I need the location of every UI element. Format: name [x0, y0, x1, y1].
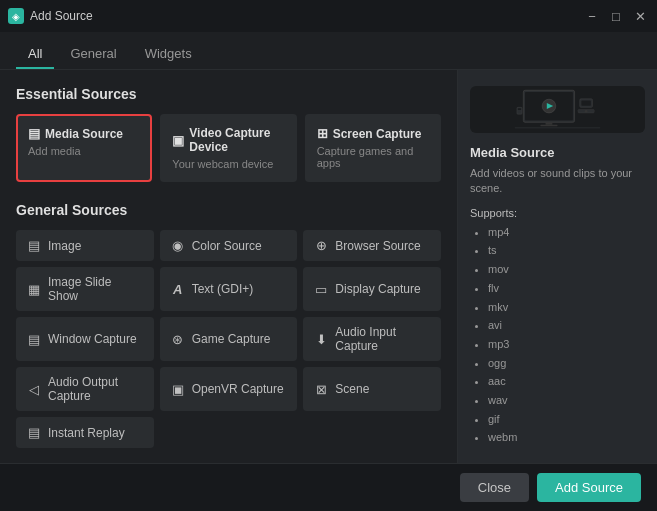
svg-rect-9	[546, 122, 553, 125]
display-capture-label: Display Capture	[335, 282, 420, 296]
openvr-capture-icon: ▣	[170, 382, 186, 397]
format-mp3: mp3	[488, 335, 645, 354]
audio-output-capture-label: Audio Output Capture	[48, 375, 144, 403]
window-capture-icon: ▤	[26, 332, 42, 347]
format-ts: ts	[488, 241, 645, 260]
format-gif: gif	[488, 410, 645, 429]
source-item-text-gdi[interactable]: A Text (GDI+)	[160, 267, 298, 311]
video-capture-icon: ▣	[172, 133, 184, 148]
tab-widgets[interactable]: Widgets	[133, 38, 204, 69]
game-capture-icon: ⊛	[170, 332, 186, 347]
format-avi: avi	[488, 316, 645, 335]
format-wav: wav	[488, 391, 645, 410]
video-capture-sub: Your webcam device	[172, 158, 284, 170]
add-source-button[interactable]: Add Source	[537, 473, 641, 502]
general-sources-grid: ▤ Image ◉ Color Source ⊕ Browser Source …	[16, 230, 441, 448]
scene-icon: ⊠	[313, 382, 329, 397]
preview-illustration	[470, 86, 645, 133]
footer: Close Add Source	[0, 463, 657, 511]
svg-rect-17	[515, 127, 600, 128]
minimize-button[interactable]: −	[583, 7, 601, 25]
main-layout: Essential Sources ▤ Media Source Add med…	[0, 70, 657, 463]
image-label: Image	[48, 239, 81, 253]
general-sources-title: General Sources	[16, 202, 441, 218]
audio-input-capture-label: Audio Input Capture	[335, 325, 431, 353]
essential-card-screen-capture[interactable]: ⊞ Screen Capture Capture games and apps	[305, 114, 441, 182]
sidebar-info-desc: Add videos or sound clips to your scene.	[470, 166, 645, 197]
format-aac: aac	[488, 372, 645, 391]
source-item-audio-output-capture[interactable]: ◁ Audio Output Capture	[16, 367, 154, 411]
format-flv: flv	[488, 279, 645, 298]
window-controls: − □ ✕	[583, 7, 649, 25]
source-item-image-slide-show[interactable]: ▦ Image Slide Show	[16, 267, 154, 311]
source-item-instant-replay[interactable]: ▤ Instant Replay	[16, 417, 154, 448]
format-mp4: mp4	[488, 223, 645, 242]
preview-area	[470, 86, 645, 133]
sidebar-info-title: Media Source	[470, 145, 645, 160]
svg-rect-12	[581, 101, 590, 106]
source-item-browser-source[interactable]: ⊕ Browser Source	[303, 230, 441, 261]
browser-source-icon: ⊕	[313, 238, 329, 253]
supports-label: Supports:	[470, 207, 645, 219]
essential-card-video-capture[interactable]: ▣ Video Capture Device Your webcam devic…	[160, 114, 296, 182]
display-capture-icon: ▭	[313, 282, 329, 297]
color-source-label: Color Source	[192, 239, 262, 253]
source-item-display-capture[interactable]: ▭ Display Capture	[303, 267, 441, 311]
source-item-openvr-capture[interactable]: ▣ OpenVR Capture	[160, 367, 298, 411]
image-slide-show-icon: ▦	[26, 282, 42, 297]
instant-replay-label: Instant Replay	[48, 426, 125, 440]
tab-general[interactable]: General	[58, 38, 128, 69]
instant-replay-icon: ▤	[26, 425, 42, 440]
scene-label: Scene	[335, 382, 369, 396]
source-item-audio-input-capture[interactable]: ⬇ Audio Input Capture	[303, 317, 441, 361]
source-item-scene[interactable]: ⊠ Scene	[303, 367, 441, 411]
image-slide-show-label: Image Slide Show	[48, 275, 144, 303]
tab-all[interactable]: All	[16, 38, 54, 69]
source-item-color-source[interactable]: ◉ Color Source	[160, 230, 298, 261]
svg-rect-16	[518, 108, 521, 110]
source-item-game-capture[interactable]: ⊛ Game Capture	[160, 317, 298, 361]
source-item-window-capture[interactable]: ▤ Window Capture	[16, 317, 154, 361]
media-source-label: Media Source	[45, 127, 123, 141]
format-ogg: ogg	[488, 354, 645, 373]
source-item-image[interactable]: ▤ Image	[16, 230, 154, 261]
browser-source-label: Browser Source	[335, 239, 420, 253]
supports-list: mp4 ts mov flv mkv avi mp3 ogg aac wav g…	[470, 223, 645, 447]
essential-card-media-source[interactable]: ▤ Media Source Add media	[16, 114, 152, 182]
essential-sources-title: Essential Sources	[16, 86, 441, 102]
image-icon: ▤	[26, 238, 42, 253]
screen-capture-label: Screen Capture	[333, 127, 422, 141]
text-gdi-icon: A	[170, 282, 186, 297]
game-capture-label: Game Capture	[192, 332, 271, 346]
window-title: Add Source	[30, 9, 583, 23]
audio-input-capture-icon: ⬇	[313, 332, 329, 347]
svg-rect-10	[540, 125, 557, 126]
tabs-bar: All General Widgets	[0, 32, 657, 70]
left-panel: Essential Sources ▤ Media Source Add med…	[0, 70, 457, 463]
openvr-capture-label: OpenVR Capture	[192, 382, 284, 396]
close-window-button[interactable]: ✕	[631, 7, 649, 25]
window-capture-label: Window Capture	[48, 332, 137, 346]
format-mkv: mkv	[488, 298, 645, 317]
svg-point-14	[585, 110, 588, 113]
color-source-icon: ◉	[170, 238, 186, 253]
screen-capture-icon: ⊞	[317, 126, 328, 141]
format-webm: webm	[488, 428, 645, 447]
media-source-icon: ▤	[28, 126, 40, 141]
essential-sources-grid: ▤ Media Source Add media ▣ Video Capture…	[16, 114, 441, 182]
close-button[interactable]: Close	[460, 473, 529, 502]
app-icon: ◈	[8, 8, 24, 24]
media-source-sub: Add media	[28, 145, 140, 157]
audio-output-capture-icon: ◁	[26, 382, 42, 397]
text-gdi-label: Text (GDI+)	[192, 282, 254, 296]
right-panel: Media Source Add videos or sound clips t…	[457, 70, 657, 463]
maximize-button[interactable]: □	[607, 7, 625, 25]
video-capture-label: Video Capture Device	[189, 126, 284, 154]
format-mov: mov	[488, 260, 645, 279]
screen-capture-sub: Capture games and apps	[317, 145, 429, 169]
title-bar: ◈ Add Source − □ ✕	[0, 0, 657, 32]
